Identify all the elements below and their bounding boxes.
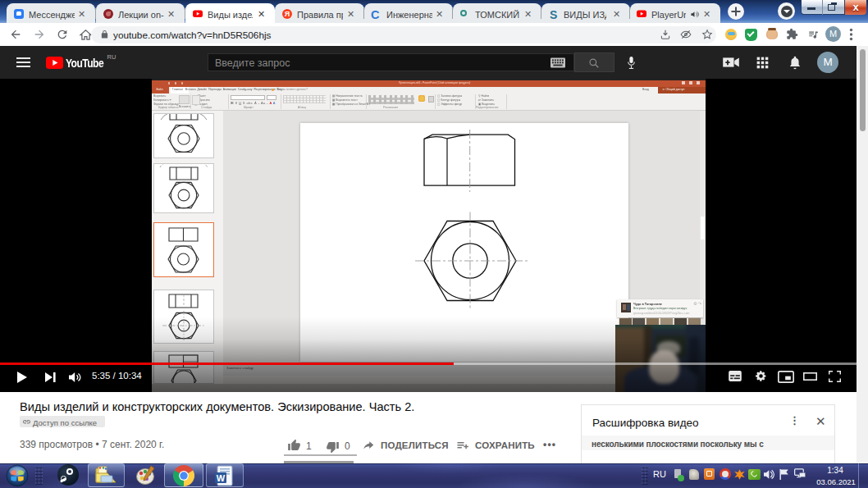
- svg-text:W: W: [217, 472, 226, 482]
